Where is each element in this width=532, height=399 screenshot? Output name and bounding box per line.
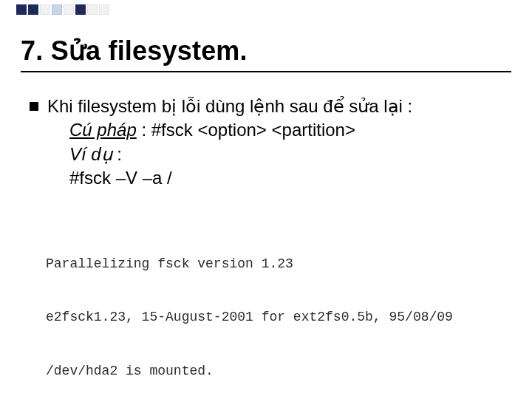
terminal-line: /dev/hda2 is mounted. bbox=[46, 362, 511, 380]
syntax-line: Cú pháp : #fsck <option> <partition> bbox=[69, 118, 511, 142]
deco-square bbox=[52, 4, 62, 15]
deco-square bbox=[4, 4, 15, 15]
syntax-sep: : bbox=[137, 120, 151, 140]
deco-square bbox=[64, 4, 74, 15]
intro-line: Khi filesystem bị lỗi dùng lệnh sau để s… bbox=[47, 95, 511, 118]
deco-square bbox=[87, 4, 98, 15]
decorative-squares bbox=[4, 4, 109, 15]
example-label: Ví dụ bbox=[69, 144, 112, 164]
syntax-label: Cú pháp bbox=[69, 120, 137, 140]
terminal-line: e2fsck1.23, 15-August-2001 for ext2fs0.5… bbox=[46, 308, 511, 326]
slide: 7. Sửa filesystem. Khi filesystem bị lỗi… bbox=[0, 0, 532, 399]
bullet-text-block: Khi filesystem bị lỗi dùng lệnh sau để s… bbox=[47, 95, 511, 191]
deco-square bbox=[75, 4, 86, 15]
bullet-item: Khi filesystem bị lỗi dùng lệnh sau để s… bbox=[30, 95, 511, 191]
title-block: 7. Sửa filesystem. bbox=[21, 35, 511, 72]
slide-title: 7. Sửa filesystem. bbox=[21, 35, 511, 66]
square-bullet-icon bbox=[30, 102, 38, 111]
deco-square bbox=[40, 4, 50, 15]
title-underline bbox=[21, 71, 511, 72]
body-content: Khi filesystem bị lỗi dùng lệnh sau để s… bbox=[30, 95, 511, 191]
syntax-command: #fsck <option> <partition> bbox=[151, 120, 355, 140]
deco-square bbox=[99, 4, 109, 15]
example-label-line: Ví dụ : bbox=[69, 143, 511, 166]
terminal-output: Parallelizing fsck version 1.23 e2fsck1.… bbox=[46, 219, 511, 399]
deco-square bbox=[16, 4, 27, 15]
terminal-line: Parallelizing fsck version 1.23 bbox=[46, 255, 511, 273]
example-command-line: #fsck –V –a / bbox=[69, 166, 511, 190]
deco-square bbox=[28, 4, 38, 15]
example-sep: : bbox=[112, 144, 122, 164]
